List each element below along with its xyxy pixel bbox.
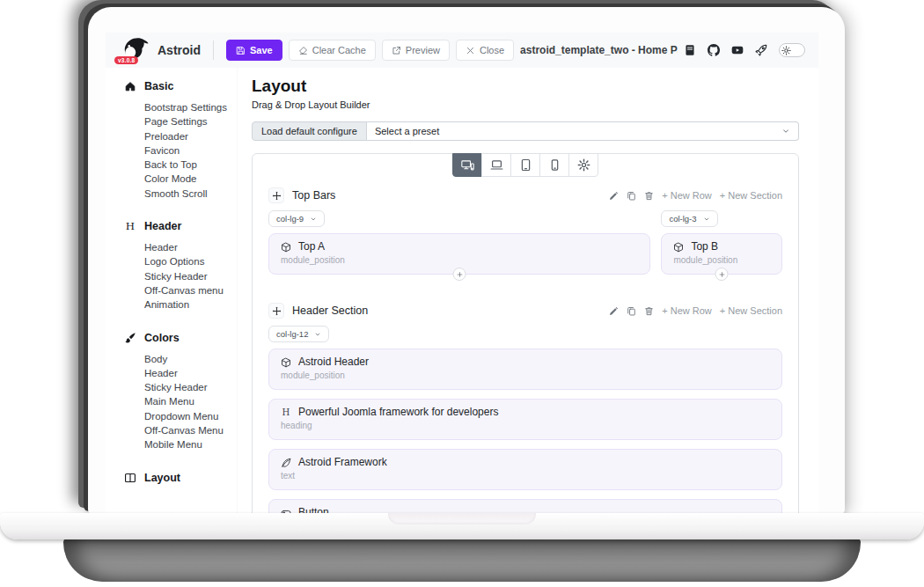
element-powerful-joomla-framework-for-developers[interactable]: HPowerful Joomla framework for developer… [268, 399, 782, 440]
clear-cache-label: Clear Cache [312, 45, 366, 55]
section-title: Header Section [292, 305, 368, 317]
new-section-link[interactable]: + New Section [720, 190, 782, 201]
chevron-icon [703, 216, 710, 223]
save-button[interactable]: Save [226, 40, 282, 61]
sidebar-item-preloader[interactable]: Preloader [144, 129, 237, 143]
sidebar-item-header[interactable]: Header [144, 240, 237, 254]
laptop-base [0, 513, 924, 539]
sidebar-item-mobile-menu[interactable]: Mobile Menu [144, 437, 237, 451]
element-subtitle: module_position [673, 255, 770, 266]
github-icon[interactable] [708, 44, 720, 56]
delete-section-button[interactable] [644, 306, 654, 316]
tablet-icon [519, 158, 532, 172]
sidebar-item-off-canvas-menu[interactable]: Off-Canvas Menu [144, 423, 237, 437]
element-title-text: Astroid Header [298, 356, 369, 369]
close-icon [466, 46, 475, 55]
sidebar-item-main-menu[interactable]: Main Menu [144, 394, 237, 408]
section-header: Top Bars+ New Row+ New Section [268, 187, 782, 203]
device-laptop-button[interactable] [481, 153, 511, 177]
element-title-text: Top A [298, 240, 325, 253]
sidebar-item-off-canvas-menu[interactable]: Off-Canvas menu [144, 283, 237, 297]
column-size-select[interactable]: col-lg-12 [268, 326, 329, 342]
section-header: Header Section+ New Row+ New Section [268, 303, 782, 319]
builder-row: col-lg-12Astroid Headermodule_positionHP… [268, 319, 782, 515]
sidebar-section-layout[interactable]: Layout [124, 472, 237, 484]
element-astroid-framework[interactable]: Astroid Frameworktext [268, 449, 782, 490]
element-top-a[interactable]: Top Amodule_position [268, 233, 650, 275]
sidebar-item-body[interactable]: Body [144, 352, 237, 366]
element-title: HPowerful Joomla framework for developer… [281, 406, 770, 419]
copy-icon [627, 306, 636, 316]
sidebar-item-sticky-header[interactable]: Sticky Header [144, 380, 237, 394]
new-row-link[interactable]: + New Row [662, 305, 712, 316]
add-element-button[interactable] [453, 268, 466, 281]
element-astroid-header[interactable]: Astroid Headermodule_position [268, 349, 782, 390]
sidebar-item-bootstrap-settings[interactable]: Bootstrap Settings [144, 100, 237, 114]
main-content: Layout Drag & Drop Layout Builder Load d… [238, 68, 818, 515]
move-icon [272, 306, 282, 316]
cube-icon [281, 357, 291, 368]
sidebar-item-page-settings[interactable]: Page Settings [144, 114, 237, 128]
sidebar-item-sticky-header[interactable]: Sticky Header [144, 269, 237, 283]
youtube-icon[interactable] [731, 44, 744, 56]
new-row-link[interactable]: + New Row [662, 190, 712, 201]
laptop-icon [490, 158, 503, 172]
app-screen: v3.0.8 Astroid Save Clear Cache Preview [106, 33, 818, 515]
close-button[interactable]: Close [456, 40, 514, 61]
edit-section-button[interactable] [609, 306, 619, 316]
copy-icon [627, 191, 636, 201]
docs-icon[interactable] [684, 44, 696, 56]
layout-builder-card: Top Bars+ New Row+ New Sectioncol-lg-9To… [252, 153, 799, 515]
sun-icon [781, 46, 791, 55]
sidebar-item-header[interactable]: Header [144, 366, 237, 380]
add-element-button[interactable] [715, 268, 729, 281]
edit-section-button[interactable] [609, 191, 619, 201]
duplicate-section-button[interactable] [627, 306, 636, 316]
clear-cache-button[interactable]: Clear Cache [289, 40, 376, 61]
svg-text:H: H [282, 407, 290, 417]
column-size-select[interactable]: col-lg-9 [268, 210, 325, 227]
device-tablet-button[interactable] [510, 153, 540, 177]
sidebar-item-animation[interactable]: Animation [144, 297, 237, 312]
column-size-select[interactable]: col-lg-3 [661, 210, 717, 227]
sidebar-section-label: Colors [144, 332, 180, 344]
preview-button[interactable]: Preview [382, 40, 450, 61]
device-settings-button[interactable] [568, 153, 598, 177]
preset-select[interactable]: Select a preset [367, 121, 799, 141]
sidebar-item-logo-options[interactable]: Logo Options [144, 254, 237, 268]
preset-group: Load default configure Select a preset [252, 121, 799, 141]
sidebar-section-header[interactable]: HHeader [124, 220, 237, 232]
duplicate-section-button[interactable] [627, 191, 636, 201]
floppy-icon [236, 46, 246, 55]
sidebar-section-basic[interactable]: Basic [124, 80, 237, 92]
astroid-logo[interactable]: v3.0.8 [119, 37, 149, 63]
sidebar-section-colors[interactable]: Colors [124, 332, 237, 344]
sidebar-item-favicon[interactable]: Favicon [144, 143, 237, 158]
move-icon [272, 191, 282, 201]
load-default-button[interactable]: Load default configure [252, 121, 367, 141]
new-section-link[interactable]: + New Section [720, 305, 782, 316]
home-icon [124, 80, 136, 92]
element-top-b[interactable]: Top Bmodule_position [661, 233, 782, 275]
plus-icon [456, 271, 463, 278]
preview-label: Preview [406, 45, 440, 55]
mobile-icon [548, 158, 561, 172]
device-desktop-button[interactable] [452, 153, 482, 177]
sidebar-item-color-mode[interactable]: Color Mode [144, 172, 237, 186]
delete-section-button[interactable] [644, 191, 654, 201]
laptop-notch [388, 513, 536, 525]
device-mobile-button[interactable] [539, 153, 569, 177]
drag-handle[interactable] [268, 187, 284, 203]
feather-icon [281, 458, 291, 468]
section-title: Top Bars [292, 189, 335, 202]
builder-section-header-section: Header Section+ New Row+ New Sectioncol-… [268, 303, 782, 515]
dark-mode-toggle[interactable] [779, 43, 805, 57]
column-size-label: col-lg-12 [276, 329, 308, 339]
builder-column: col-lg-12Astroid Headermodule_positionHP… [268, 319, 782, 515]
sidebar-item-back-to-top[interactable]: Back to Top [144, 158, 237, 172]
rocket-icon[interactable] [755, 44, 767, 56]
sidebar-item-dropdown-menu[interactable]: Dropdown Menu [144, 409, 237, 423]
sidebar-item-smooth-scroll[interactable]: Smooth Scroll [144, 187, 237, 201]
drag-handle[interactable] [268, 303, 284, 319]
sidebar-items: Bootstrap SettingsPage SettingsPreloader… [144, 100, 237, 201]
